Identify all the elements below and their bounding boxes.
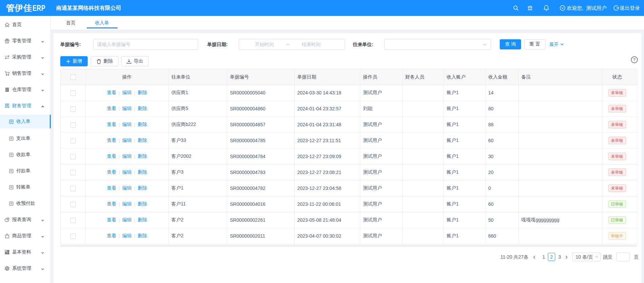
svg-text:?: ? xyxy=(633,58,636,62)
